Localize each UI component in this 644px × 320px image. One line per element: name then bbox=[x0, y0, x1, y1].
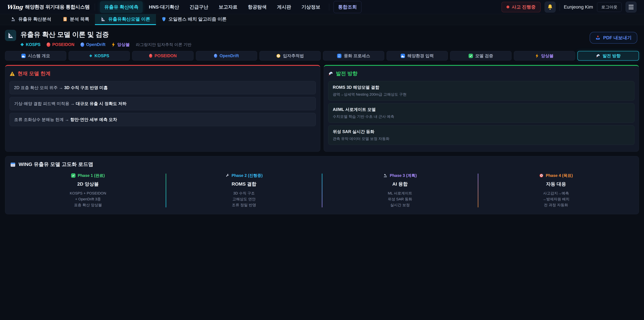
phase-line: + OpenDrift 3종 bbox=[10, 196, 166, 202]
notifications-button[interactable] bbox=[544, 2, 556, 13]
phase-line: 전 과정 자동화 bbox=[478, 202, 634, 208]
pdf-export-button[interactable]: PDF 내보내기 bbox=[590, 32, 637, 44]
nav-item-oil-spill-prediction[interactable]: 유출유 확산예측 bbox=[100, 1, 143, 13]
badge-label: POSEIDON bbox=[52, 42, 74, 47]
limitation-item: 2D 표층 확산 모의 위주 → 3D 수직 구조 반영 미흡 bbox=[10, 81, 316, 94]
nav-item-board[interactable]: 게시판 bbox=[273, 1, 296, 13]
phase-status-label: Phase 3 (계획) bbox=[390, 173, 417, 178]
nav-item-reports[interactable]: 보고자료 bbox=[214, 1, 242, 13]
compass-icon bbox=[276, 54, 280, 58]
check-icon bbox=[468, 54, 473, 58]
chip-label: 입자추적법 bbox=[283, 53, 304, 59]
future-item-desc: 수치모델 학습 기반 수초 내 근사 예측 bbox=[333, 114, 630, 119]
pdf-export-label: PDF 내보내기 bbox=[603, 35, 632, 41]
future-item: 위성 SAR 실시간 동화 관측 유막 데이터 모델 보정 자동화 bbox=[328, 125, 634, 145]
phase-2-column: Phase 2 (진행중) ROMS 결합 3D 수직 구조 고해상도 연안 조… bbox=[166, 173, 322, 208]
phase-3-column: Phase 3 (계획) AI 융합 ML 서로게이트 위성 SAR 동화 실시… bbox=[322, 173, 478, 208]
incident-status-badge[interactable]: 사고 진행중 bbox=[502, 2, 540, 12]
future-item-title: 위성 SAR 실시간 동화 bbox=[333, 129, 630, 134]
bolt-icon bbox=[112, 42, 115, 47]
phase-2-status: Phase 2 (진행중) bbox=[166, 173, 322, 178]
chip-label: 발전 방향 bbox=[602, 53, 620, 59]
badge-kosps: KOSPS bbox=[20, 42, 40, 47]
export-icon bbox=[595, 35, 600, 40]
wrench-icon bbox=[226, 173, 230, 178]
menu-button[interactable] bbox=[626, 2, 636, 13]
nav-item-integrated-search[interactable]: 통합조회 bbox=[334, 1, 362, 13]
nav-divider bbox=[95, 4, 95, 11]
limitation-text: 2D 표층 확산 모의 위주 → bbox=[14, 85, 64, 90]
subtab-model-theory[interactable]: 유출유확산모델 이론 bbox=[95, 14, 156, 25]
chip-label: 모델 검증 bbox=[475, 53, 493, 59]
page-header: 유출유 확산 모델 이론 및 검증 KOSPS POSEIDON OpenDri… bbox=[0, 25, 644, 50]
future-title: 발전 방향 bbox=[328, 70, 634, 77]
page-title: 유출유 확산 모델 이론 및 검증 bbox=[20, 30, 192, 39]
subtab-oil-fence-algorithm[interactable]: 오일펜스 배치 알고리즘 이론 bbox=[156, 14, 232, 25]
phase-title: 자동 대응 bbox=[478, 181, 634, 187]
app-root: Wing 해양환경 위기대응 통합시스템 유출유 확산예측 HNS·대기확산 긴… bbox=[0, 0, 644, 320]
panels-row: 현재 모델 한계 2D 표층 확산 모의 위주 → 3D 수직 구조 반영 미흡… bbox=[0, 61, 644, 152]
nav-item-hns-dispersion[interactable]: HNS·대기확산 bbox=[144, 1, 183, 13]
empty-background bbox=[0, 214, 644, 320]
chip-future-direction[interactable]: 발전 방향 bbox=[578, 51, 639, 61]
phase-line: KOSPS + POSEIDON bbox=[10, 190, 166, 196]
future-title-text: 발전 방향 bbox=[336, 70, 358, 77]
nav-item-emergency-rescue[interactable]: 긴급구난 bbox=[185, 1, 213, 13]
subtab-label: 유출유확산모델 이론 bbox=[108, 16, 150, 22]
logout-button[interactable]: 로그아웃 bbox=[597, 2, 622, 12]
title-block: 유출유 확산 모델 이론 및 검증 KOSPS POSEIDON OpenDri… bbox=[20, 30, 192, 47]
sub-navbar: 유출유 확산분석 분석 목록 유출유확산모델 이론 오일펜스 배치 알고리즘 이… bbox=[0, 14, 644, 25]
badge-label: OpenDrift bbox=[86, 42, 106, 47]
diamond-icon bbox=[20, 43, 24, 46]
limitation-highlight: 3D 수직 구조 반영 미흡 bbox=[64, 85, 108, 90]
user-name: Eunjeong Kim bbox=[564, 4, 593, 10]
chip-poseidon[interactable]: POSEIDON bbox=[132, 51, 193, 61]
limitations-title: 현재 모델 한계 bbox=[10, 70, 316, 77]
bell-icon bbox=[547, 4, 553, 10]
subtab-spill-analysis[interactable]: 유출유 확산분석 bbox=[5, 14, 57, 25]
phase-4-column: Phase 4 (목표) 자동 대응 사고감지→예측 →방제자원 배치 전 과정… bbox=[478, 173, 634, 208]
chip-system-overview[interactable]: 시스템 개요 bbox=[5, 51, 66, 61]
chip-opendrift[interactable]: OpenDrift bbox=[196, 51, 257, 61]
rocket-icon bbox=[328, 71, 333, 76]
chip-kosps[interactable]: KOSPS bbox=[68, 51, 130, 61]
logo-mark: Wing bbox=[7, 4, 23, 11]
navbar-right: 사고 진행중 Eunjeong Kim 로그아웃 bbox=[502, 2, 636, 13]
roadmap-title-text: WING 유출유 모델 고도화 로드맵 bbox=[18, 161, 93, 168]
blue-circle-icon bbox=[214, 54, 217, 58]
phase-line: 사고감지→예측 bbox=[478, 190, 634, 196]
incident-status-label: 사고 진행중 bbox=[512, 4, 536, 10]
phase-3-status: Phase 3 (계획) bbox=[322, 173, 478, 178]
chip-ensemble[interactable]: 앙상블 bbox=[514, 51, 575, 61]
chip-weathering-process[interactable]: 풍화 프로세스 bbox=[323, 51, 384, 61]
badge-poseidon: POSEIDON bbox=[46, 42, 74, 47]
subtab-analysis-list[interactable]: 분석 목록 bbox=[57, 14, 95, 25]
roadmap-phases: Phase 1 (완료) 2D 앙상블 KOSPS + POSEIDON + O… bbox=[10, 173, 634, 208]
phase-status-label: Phase 1 (완료) bbox=[78, 173, 105, 178]
chip-particle-tracking[interactable]: 입자추적법 bbox=[260, 51, 321, 61]
microscope-icon bbox=[11, 17, 16, 22]
warning-icon bbox=[10, 71, 15, 76]
badge-opendrift: OpenDrift bbox=[80, 42, 106, 47]
target-icon bbox=[539, 173, 544, 178]
phase-status-label: Phase 2 (진행중) bbox=[232, 173, 263, 178]
limitation-highlight: 항만·연안 세부 예측 오차 bbox=[70, 117, 117, 122]
limitation-item: 기상·해양 결합 피드백 미적용 → 대규모 유출 시 정확도 저하 bbox=[10, 97, 316, 110]
model-badge-row: KOSPS POSEIDON OpenDrift 앙상블 라그랑지안 입자추적 … bbox=[20, 42, 192, 47]
phase-status-label: Phase 4 (목표) bbox=[546, 173, 573, 178]
nav-item-aerial-search[interactable]: 항공탐색 bbox=[244, 1, 271, 13]
phase-4-status: Phase 4 (목표) bbox=[478, 173, 634, 178]
phase-line: 조류 정밀 반영 bbox=[166, 202, 322, 208]
bolt-icon bbox=[535, 54, 539, 58]
chip-marine-env-input[interactable]: 해양환경 입력 bbox=[386, 51, 448, 61]
theory-note: 라그랑지안 입자추적 이론 기반 bbox=[136, 42, 192, 47]
current-limitations-panel: 현재 모델 한계 2D 표층 확산 모의 위주 → 3D 수직 구조 반영 미흡… bbox=[5, 65, 320, 152]
future-item: AI/ML 서로게이트 모델 수치모델 학습 기반 수초 내 근사 예측 bbox=[328, 103, 634, 123]
refresh-icon bbox=[337, 54, 342, 58]
diamond-icon bbox=[90, 54, 92, 57]
nav-item-weather-info[interactable]: 기상정보 bbox=[297, 1, 325, 13]
chip-model-validation[interactable]: 모델 검증 bbox=[450, 51, 511, 61]
alert-dot-icon bbox=[506, 6, 509, 9]
chip-label: KOSPS bbox=[94, 53, 109, 58]
badge-ensemble: 앙상블 bbox=[112, 42, 130, 47]
